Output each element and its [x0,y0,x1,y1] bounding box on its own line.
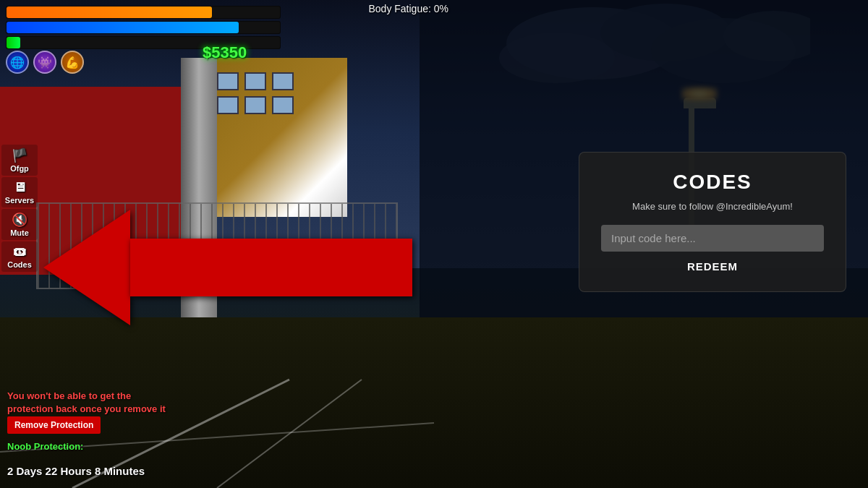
redeem-button[interactable]: REDEEM [687,260,738,273]
sidebar-label-codes: Codes [7,260,32,269]
sidebar-label-servers: Servers [5,196,34,205]
servers-icon: 🖥 [13,180,26,195]
window [272,72,294,90]
power-icon[interactable]: 💪 [61,51,84,74]
remove-protection-button[interactable]: Remove Protection [7,416,101,434]
building-windows [217,72,294,114]
health-bar-fill [7,7,212,18]
warning-text: You won't be able to get the protection … [7,390,174,416]
health-bar-row [6,6,281,19]
hud-icons-container: 🌐 👾 💪 [6,51,84,74]
codes-title: CODES [601,171,824,194]
sidebar-item-codes[interactable]: 🎟 Codes [1,241,38,272]
globe-icon[interactable]: 🌐 [6,51,29,74]
arrow-body [130,239,412,296]
energy-bar-fill [7,22,239,33]
sidebar-item-mute[interactable]: 🔇 Mute [1,209,38,240]
window [244,72,266,90]
mute-icon: 🔇 [12,212,27,228]
sidebar-label-mute: Mute [10,228,29,237]
sidebar-label-ofgp: Ofgp [10,164,29,173]
window [272,96,294,114]
direction-arrow [43,210,130,325]
body-fatigue-label: Body Fatigue: 0% [368,3,448,14]
code-input[interactable] [601,225,824,252]
sidebar-item-servers[interactable]: 🖥 Servers [1,177,38,207]
svg-line-6 [217,380,362,488]
arrow-head [43,210,130,325]
protection-timer: 2 Days 22 Hours 8 Minutes [7,465,145,477]
noob-protection-label: Noob Protection: [7,441,83,452]
codes-subtitle: Make sure to follow @IncredibleAyum! [601,201,824,212]
energy-bar-row [6,21,281,34]
money-display: $5350 [203,43,247,62]
creature-icon[interactable]: 👾 [33,51,56,74]
ofgp-icon: 🏴 [12,147,27,163]
codes-icon: 🎟 [13,244,26,260]
codes-panel: CODES Make sure to follow @IncredibleAyu… [579,152,846,292]
window [217,72,239,90]
window [244,96,266,114]
sidebar-menu: 🏴 Ofgp 🖥 Servers 🔇 Mute 🎟 Codes [1,145,38,272]
stamina-bar-fill [7,37,20,48]
sidebar-item-ofgp[interactable]: 🏴 Ofgp [1,145,38,176]
window [217,96,239,114]
